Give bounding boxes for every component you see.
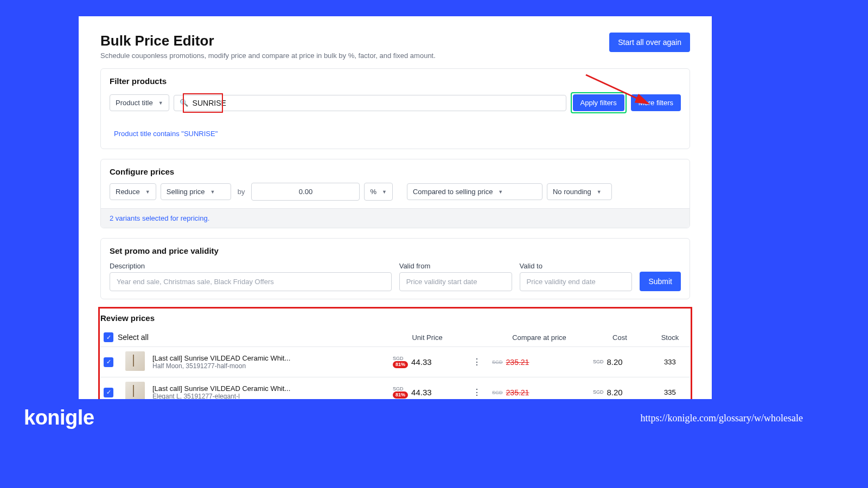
rounding-value: No rounding [553,188,591,196]
price-target-select[interactable]: Selling price ▼ [161,183,231,200]
col-stock: Stock [650,328,690,347]
stock-value: 333 [664,358,676,366]
compare-price-value: 235.21 [506,358,529,367]
select-all-label: Select all [118,333,149,342]
col-cost: Cost [590,328,650,347]
chevron-down-icon: ▼ [382,189,387,195]
promo-card: Set promo and price validity Description… [100,238,690,299]
chevron-down-icon: ▼ [145,189,150,195]
price-action-select[interactable]: Reduce ▼ [110,183,156,200]
submit-button[interactable]: Submit [640,272,681,291]
unit-price-value: 44.33 [411,357,432,367]
product-variant: Half Moon, 35191277-half-moon [152,362,386,370]
col-unit-price: Unit Price [390,328,465,347]
product-thumbnail [125,382,145,399]
configure-status-strip: 2 variants selected for repricing. [101,208,690,228]
chevron-down-icon: ▼ [498,189,503,195]
chevron-down-icon: ▼ [210,189,215,195]
filter-search-input[interactable] [193,99,560,107]
review-table: ✓ Select all Unit Price Compare at price… [100,328,690,399]
valid-to-input[interactable] [520,272,633,291]
product-thumbnail [125,351,145,371]
currency-label: SGD [492,359,503,365]
price-amount-input[interactable] [251,183,360,201]
search-icon: 🔍 [180,99,188,107]
stock-value: 335 [664,388,676,396]
currency-label: SGD [593,390,604,395]
compare-price-value: 235.21 [506,388,529,397]
row-checkbox[interactable]: ✓ [104,357,113,367]
product-name: [Last call] Sunrise VILDEAD Ceramic Whit… [152,354,386,362]
compared-to-select[interactable]: Compared to selling price ▼ [407,183,542,200]
filter-section-label: Filter products [110,76,681,86]
active-filter-chip[interactable]: Product title contains "SUNRISE" [110,126,222,141]
currency-label: SGD [393,387,404,391]
cost-value: 8.20 [607,357,622,367]
promo-section-label: Set promo and price validity [110,246,681,255]
row-menu-icon[interactable]: ⋮ [468,357,486,367]
product-name: [Last call] Sunrise VILDEAD Ceramic Whit… [152,384,386,393]
col-compare: Compare at price [489,328,590,347]
filter-scope-value: Product title [116,99,153,107]
price-action-value: Reduce [116,188,140,196]
page-subtitle: Schedule couponless promotions, modify p… [100,52,436,60]
price-unit-select[interactable]: % ▼ [364,183,392,201]
page-title: Bulk Price Editor [100,33,436,49]
currency-label: SGD [593,359,604,364]
start-over-button[interactable]: Start all over again [609,33,690,52]
rounding-select[interactable]: No rounding ▼ [547,183,612,200]
product-variant: Elegant L, 35191277-elegant-l [152,393,386,399]
table-row: ✓ [Last call] Sunrise VILDEAD Ceramic Wh… [100,377,690,400]
price-target-value: Selling price [167,188,205,196]
chevron-down-icon: ▼ [597,189,602,195]
price-unit-value: % [370,188,376,196]
currency-label: SGD [492,390,503,395]
discount-badge: 81% [393,391,408,399]
more-filters-button[interactable]: More filters [631,94,681,111]
filter-search-wrap: 🔍 [174,95,566,111]
brand-logo: konigle [24,406,94,429]
description-input[interactable] [110,272,392,291]
valid-from-input[interactable] [399,272,512,291]
by-label: by [235,188,247,196]
unit-price-value: 44.33 [411,388,432,397]
filter-scope-select[interactable]: Product title ▼ [110,94,169,111]
apply-filters-button[interactable]: Apply filters [573,94,624,111]
cost-value: 8.20 [607,388,622,397]
valid-to-label: Valid to [520,262,633,270]
chevron-down-icon: ▼ [158,100,163,106]
currency-label: SGD [393,356,404,361]
review-section-label: Review prices [100,309,690,323]
discount-badge: 81% [393,361,408,368]
filter-card: Filter products Product title ▼ 🔍 Apply … [100,68,690,149]
valid-from-label: Valid from [399,262,512,270]
configure-section-label: Configure prices [110,167,681,176]
review-section: Review prices ✓ Select all Unit Price Co… [100,309,690,399]
configure-card: Configure prices Reduce ▼ Selling price … [100,159,690,228]
compared-to-value: Compared to selling price [413,188,493,196]
table-row: ✓ [Last call] Sunrise VILDEAD Ceramic Wh… [100,347,690,377]
footer-url: https://konigle.com/glossary/w/wholesale [641,413,803,424]
annotation-apply-highlight: Apply filters [571,92,627,113]
description-label: Description [110,262,392,270]
page-header: Bulk Price Editor Schedule couponless pr… [79,16,712,68]
row-checkbox[interactable]: ✓ [104,388,113,397]
row-menu-icon[interactable]: ⋮ [468,388,486,397]
app-window: Bulk Price Editor Schedule couponless pr… [79,16,712,399]
select-all-checkbox[interactable]: ✓ [104,332,113,342]
